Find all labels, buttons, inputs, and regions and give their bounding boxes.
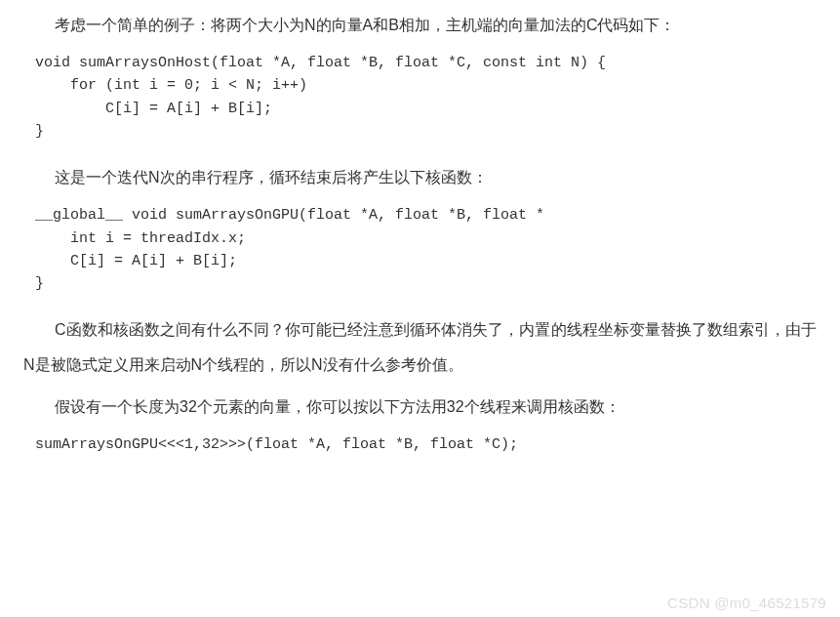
paragraph-1: 考虑一个简单的例子：将两个大小为N的向量A和B相加，主机端的向量加法的C代码如下… [23,8,817,42]
paragraph-4: 假设有一个长度为32个元素的向量，你可以按以下方法用32个线程来调用核函数： [23,390,817,424]
code-block-gpu: __global__ void sumArraysOnGPU(float *A,… [35,204,817,295]
paragraph-2: 这是一个迭代N次的串行程序，循环结束后将产生以下核函数： [23,160,817,194]
code-block-host: void sumArraysOnHost(float *A, float *B,… [35,52,817,143]
watermark: CSDN @m0_46521579 [667,595,826,611]
paragraph-3: C函数和核函数之间有什么不同？你可能已经注意到循环体消失了，内置的线程坐标变量替… [23,312,817,381]
code-block-call: sumArraysOnGPU<<<1,32>>>(float *A, float… [35,433,817,456]
document-content: 考虑一个简单的例子：将两个大小为N的向量A和B相加，主机端的向量加法的C代码如下… [0,0,840,481]
